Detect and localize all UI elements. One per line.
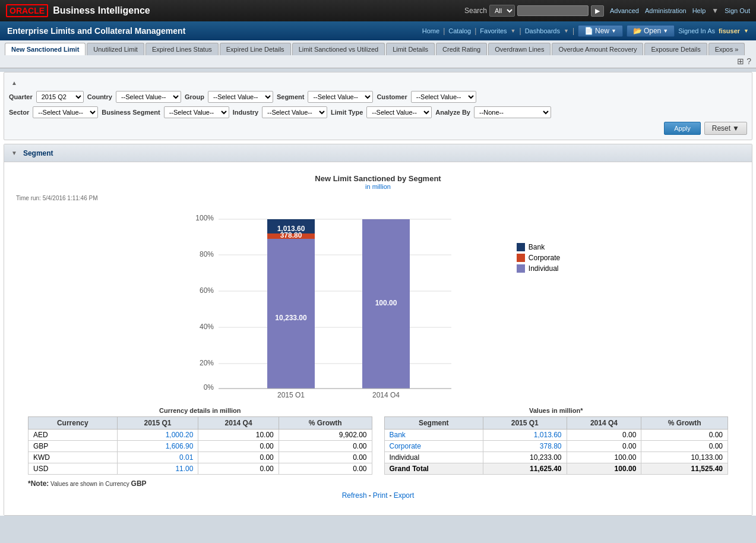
svg-text:100.00: 100.00 [375,299,397,307]
chart-title: New Limit Sanctioned by Segment [16,174,740,183]
section-header: ▼ Segment [4,144,752,162]
legend-individual-color [517,264,525,273]
legend-individual-label: Individual [529,264,559,273]
print-link[interactable]: Print [373,491,388,500]
tab-expired-line-details[interactable]: Expired Line Details [220,43,291,55]
note-currency: GBP [131,479,147,488]
tabs-bar: New Sanctioned Limit Unutilized Limit Ex… [0,40,756,68]
tab-credit-rating[interactable]: Credit Rating [436,43,487,55]
legend-bank-label: Bank [529,243,545,251]
quarter-select[interactable]: 2015 Q2 [36,91,84,103]
reset-button[interactable]: Reset ▼ [704,122,747,135]
analyze-by-select[interactable]: --None-- [474,106,551,118]
tab-overdue-amount-recovery[interactable]: Overdue Amount Recovery [552,43,643,55]
oracle-logo: ORACLE [6,4,48,17]
currency-table: Currency 2015 Q1 2014 Q4 % Growth AED 1,… [28,416,372,475]
svg-text:60%: 60% [200,286,214,295]
tab-limit-sanctioned-vs-utilized[interactable]: Limit Sanctioned vs Utilized [292,43,385,55]
refresh-link[interactable]: Refresh [342,491,367,500]
time-run: Time run: 5/4/2016 1:11:46 PM [16,195,740,201]
open-button[interactable]: 📂 Open ▼ [627,25,675,37]
industry-select[interactable]: --Select Value-- [262,106,327,118]
collapse-arrow[interactable]: ▲ [9,77,20,89]
svg-text:378.80: 378.80 [280,231,302,239]
catalog-link[interactable]: Catalog [448,27,471,34]
bar-chart-svg: 100% 80% 60% 40% 20% 0% [196,207,505,397]
tab-expired-lines-status[interactable]: Expired Lines Status [145,43,219,55]
country-label: Country [87,93,112,100]
chart-legend: Bank Corporate Individual [517,243,560,273]
segment-section: ▼ Segment New Limit Sanctioned by Segmen… [4,144,752,516]
top-bar-right: Search All ▶ Advanced Administration Hel… [464,5,750,17]
tab-unutilized-limit[interactable]: Unutilized Limit [87,43,144,55]
top-navigation-bar: ORACLE Business Intelligence Search All … [0,0,756,21]
home-link[interactable]: Home [422,27,439,34]
svg-text:10,233.00: 10,233.00 [275,314,307,322]
table-row: AED 1,000.20 10.00 9,902.00 [29,430,372,441]
tab-new-sanctioned-limit[interactable]: New Sanctioned Limit [5,43,86,55]
group-select[interactable]: --Select Value-- [208,91,273,103]
folder-icon: 📂 [633,27,642,35]
search-scope-select[interactable]: All [489,5,515,17]
bi-title: Business Intelligence [53,5,150,16]
favorites-arrow: ▼ [511,28,516,34]
currency-2014q4-header: 2014 Q4 [198,417,279,430]
tab-limit-details[interactable]: Limit Details [386,43,435,55]
svg-text:100%: 100% [196,214,214,222]
search-button[interactable]: ▶ [591,5,604,17]
chart-container: New Limit Sanctioned by Segment in milli… [10,168,746,509]
signout-link[interactable]: Sign Out [725,7,750,14]
tab-settings-button[interactable]: ⊞ [737,56,744,66]
help-link[interactable]: Help [692,7,706,14]
svg-text:80%: 80% [200,250,214,258]
note-strong: *Note: [28,479,49,488]
section-collapse-arrow[interactable]: ▼ [9,147,20,159]
segment-table-wrap: Values in million* Segment 2015 Q1 2014 … [384,407,729,475]
username-label: fisuser [719,27,740,34]
customer-select[interactable]: --Select Value-- [411,91,476,103]
limit-type-select[interactable]: --Select Value-- [366,106,432,118]
bottom-links: Refresh - Print - Export [16,488,740,503]
advanced-link[interactable]: Advanced [610,7,639,14]
administration-link[interactable]: Administration [645,7,687,14]
help-arrow: ▼ [711,7,719,15]
currency-table-title: Currency details in million [28,407,372,414]
legend-bank-color [517,243,525,251]
svg-text:20%: 20% [200,359,214,367]
currency-table-wrap: Currency details in million Currency 201… [28,407,372,475]
search-input[interactable] [517,5,589,16]
currency-2015q1-header: 2015 Q1 [117,417,198,430]
tab-exposure-details[interactable]: Exposure Details [644,43,707,55]
main-content: ▲ Quarter 2015 Q2 Country --Select Value… [0,72,756,516]
table-row: Corporate 378.80 0.00 0.00 [384,441,728,452]
group-label: Group [185,93,204,100]
limit-type-label: Limit Type [331,109,363,116]
business-segment-select[interactable]: --Select Value-- [164,106,229,118]
tab-expos-more[interactable]: Expos » [708,43,745,55]
favorites-link[interactable]: Favorites [480,27,507,34]
segment-select[interactable]: --Select Value-- [308,91,373,103]
username-arrow: ▼ [744,28,749,34]
table-row: Bank 1,013.60 0.00 0.00 [384,430,728,441]
segment-col-header: Segment [384,417,483,430]
filter-row-2: Sector --Select Value-- Business Segment… [9,106,747,118]
new-button[interactable]: 📄 New ▼ [578,25,623,37]
table-row: Individual 10,233.00 100.00 10,133.00 [384,452,728,463]
table-row-total: Grand Total 11,625.40 100.00 11,525.40 [384,463,728,475]
sector-label: Sector [9,109,29,116]
new-arrow: ▼ [611,28,616,34]
svg-text:0%: 0% [203,383,214,392]
app-title: Enterprise Limits and Collateral Managem… [7,26,185,36]
export-link[interactable]: Export [394,491,415,500]
segment-table-title: Values in million* [384,407,729,414]
country-select[interactable]: --Select Value-- [116,91,181,103]
section-title: Segment [23,149,53,157]
dashboards-link[interactable]: Dashboards [525,27,560,34]
apply-button[interactable]: Apply [664,122,701,135]
tab-help-button[interactable]: ? [746,56,751,66]
tab-overdrawn-lines[interactable]: Overdrawn Lines [488,43,551,55]
filter-row-1: Quarter 2015 Q2 Country --Select Value--… [9,91,747,103]
industry-label: Industry [233,109,258,116]
sector-select[interactable]: --Select Value-- [33,106,98,118]
segment-growth-header: % Growth [641,417,728,430]
